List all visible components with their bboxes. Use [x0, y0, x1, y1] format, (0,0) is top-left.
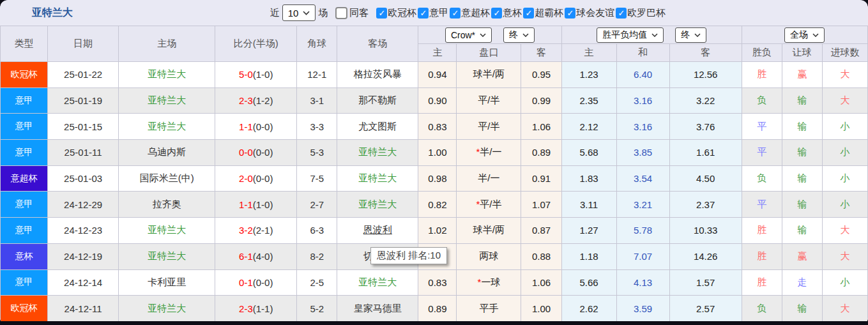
away-team[interactable]: 格拉茨风暴 [337, 62, 418, 88]
handicap-result-cell: 输 [782, 165, 822, 192]
chevron-down-icon [480, 33, 486, 37]
chevron-down-icon [522, 33, 529, 37]
recent-games-value: 10 [288, 8, 299, 19]
home-team[interactable]: 亚特兰大 [119, 62, 215, 88]
sub-header-handicap-result: 让球 [782, 44, 822, 62]
away-team[interactable]: 那不勒斯 [337, 87, 418, 114]
col-header-home: 主场 [119, 26, 215, 62]
score-cell: 2-3(1-1) [215, 296, 297, 321]
away-odds: 0.88 [521, 243, 561, 269]
scope-select-value: 全场 [790, 29, 808, 41]
filter-supercup[interactable]: ✓超霸杯 [523, 7, 563, 19]
corner-cell: 8-2 [297, 243, 337, 269]
league-badge: 意甲 [1, 192, 48, 218]
avg-home-odds: 1.23 [561, 62, 616, 88]
home-team[interactable]: 亚特兰大 [119, 87, 215, 114]
match-date: 24-12-14 [48, 269, 119, 296]
filter-supercoppa[interactable]: ✓意超杯 [450, 7, 490, 19]
app-window: 亚特兰大 近 10 场 同客 ✓欧冠杯 ✓意甲 ✓意超杯 ✓意杯 ✓超霸杯 ✓球… [0, 0, 868, 325]
col-header-score: 比分(半场) [215, 26, 297, 62]
filter-label: 意超杯 [461, 7, 490, 19]
handicap-result-cell: 输 [782, 296, 822, 321]
home-team[interactable]: 亚特兰大 [119, 243, 215, 269]
same-away-checkbox[interactable] [335, 7, 347, 19]
checkbox-checked-icon[interactable]: ✓ [450, 8, 461, 19]
average-state-select[interactable]: 终 [675, 27, 706, 43]
filter-seriea[interactable]: ✓意甲 [418, 7, 448, 19]
avg-draw-odds: 3.59 [616, 296, 669, 321]
avg-away-odds: 4.50 [669, 165, 742, 192]
checkbox-checked-icon[interactable]: ✓ [616, 8, 627, 19]
filter-controls: 近 10 场 同客 ✓欧冠杯 ✓意甲 ✓意超杯 ✓意杯 ✓超霸杯 ✓球会友谊 ✓… [33, 0, 868, 26]
checkbox-checked-icon[interactable]: ✓ [565, 8, 575, 19]
away-odds: 0.91 [521, 165, 561, 192]
home-odds: 0.83 [418, 114, 457, 140]
goals-result-cell: 大 [822, 296, 867, 321]
halftime-score: (4-0) [253, 251, 273, 262]
home-team[interactable]: 拉齐奥 [119, 192, 215, 218]
scope-select[interactable]: 全场 [784, 27, 825, 43]
away-team[interactable]: 亚特兰大 [337, 140, 418, 166]
home-team[interactable]: 亚特兰大 [119, 296, 215, 321]
recent-games-select[interactable]: 10 [282, 4, 316, 21]
filter-europa[interactable]: ✓欧罗巴杯 [616, 7, 666, 19]
score-cell: 6-1(4-0) [215, 243, 297, 269]
bookmaker-select[interactable]: Crow* [445, 27, 492, 43]
avg-draw-odds: 6.40 [616, 62, 669, 88]
avg-draw-odds: 3.85 [616, 140, 669, 166]
home-team[interactable]: 乌迪内斯 [119, 140, 215, 166]
handicap-value: 平/半 [480, 199, 501, 209]
home-team[interactable]: 亚特兰大 [119, 114, 215, 140]
away-odds: 1.06 [521, 114, 561, 140]
filter-coppa[interactable]: ✓意杯 [491, 7, 522, 19]
goals-result-cell: 小 [822, 165, 867, 192]
score-cell: 2-3(1-2) [215, 87, 297, 114]
result-cell: 胜 [742, 243, 782, 269]
fulltime-score: 0-1 [239, 277, 253, 288]
home-odds: 0.83 [418, 269, 457, 296]
away-odds: 0.87 [521, 218, 561, 244]
filter-label: 意甲 [429, 7, 448, 19]
away-team[interactable]: 亚特兰大 [337, 269, 418, 296]
away-team[interactable]: 尤文图斯 [337, 114, 418, 140]
checkbox-checked-icon[interactable]: ✓ [376, 8, 387, 19]
avg-away-odds: 12.56 [669, 62, 742, 88]
home-team[interactable]: 亚特兰大 [119, 218, 215, 244]
handicap-value: 半/一 [478, 172, 499, 183]
handicap-cell: 球半/两 [457, 62, 521, 88]
avg-home-odds: 2.35 [561, 87, 616, 114]
chevron-down-icon [812, 33, 819, 37]
checkbox-checked-icon[interactable]: ✓ [523, 8, 534, 19]
sub-header-handicap: 盘口 [457, 44, 521, 62]
checkbox-checked-icon[interactable]: ✓ [418, 8, 429, 19]
away-team[interactable]: 亚特兰大 [337, 165, 418, 192]
away-team-hovered[interactable]: 恩波利 [337, 218, 418, 244]
filter-friendly[interactable]: ✓球会友谊 [565, 7, 614, 19]
halftime-score: (1-2) [253, 95, 273, 106]
avg-away-odds: 3.22 [669, 87, 742, 114]
corner-cell: 5-2 [297, 296, 337, 321]
away-team-link[interactable]: 恩波利 [363, 224, 392, 235]
checkbox-checked-icon[interactable]: ✓ [491, 8, 502, 19]
bookmaker-state-select[interactable]: 终 [503, 27, 535, 43]
handicap-cell: 平/半 [457, 87, 521, 114]
home-odds: 1.02 [418, 218, 457, 244]
league-badge: 意甲 [1, 87, 48, 114]
avg-home-odds: 5.66 [561, 269, 616, 296]
league-badge: 意甲 [1, 269, 48, 296]
match-date: 24-12-11 [48, 296, 119, 321]
avg-draw-odds: 3.54 [616, 165, 669, 192]
league-badge: 欧冠杯 [1, 296, 48, 321]
away-team[interactable]: 皇家马德里 [337, 296, 418, 321]
match-date: 24-12-29 [48, 192, 119, 218]
halftime-score: (1-0) [253, 69, 273, 80]
home-odds: 0.98 [418, 165, 457, 192]
filter-ucl[interactable]: ✓欧冠杯 [376, 7, 416, 19]
away-odds: 1.06 [521, 269, 561, 296]
home-team[interactable]: 国际米兰(中) [119, 165, 215, 192]
home-team[interactable]: 卡利亚里 [119, 269, 215, 296]
col-header-type: 类型 [1, 26, 48, 62]
avg-draw-odds: 5.78 [616, 218, 669, 244]
away-team[interactable]: 亚特兰大 [337, 192, 418, 218]
average-select[interactable]: 胜平负均值 [597, 27, 664, 43]
